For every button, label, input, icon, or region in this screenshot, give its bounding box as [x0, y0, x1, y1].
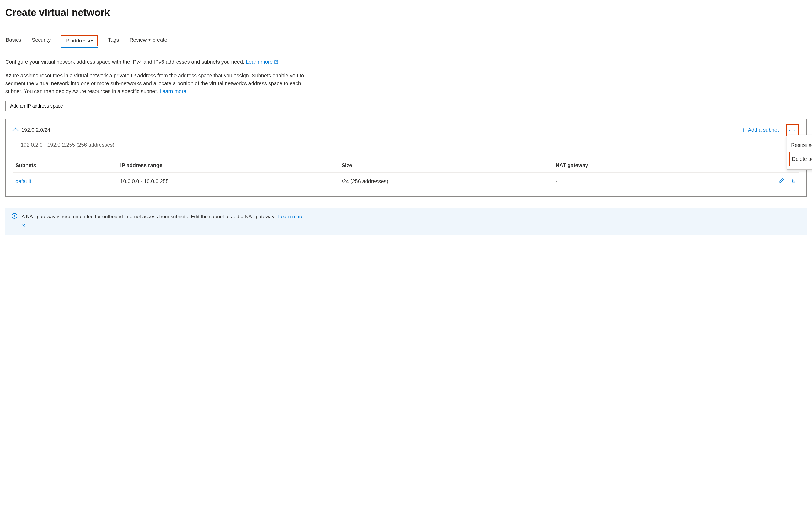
- address-space-panel: 192.0.2.0/24 + Add a subnet ··· Resize a…: [5, 119, 807, 197]
- plus-icon: +: [741, 126, 745, 133]
- col-subnets: Subnets: [13, 158, 118, 173]
- banner-text: A NAT gateway is recommended for outboun…: [22, 214, 276, 219]
- tab-review-create[interactable]: Review + create: [129, 35, 168, 47]
- address-space-context-menu: Resize address space Delete address spac…: [787, 135, 812, 170]
- trash-icon: [791, 177, 796, 183]
- external-link-icon: [22, 222, 25, 230]
- tab-security[interactable]: Security: [31, 35, 51, 47]
- intro-line-2: Azure assigns resources in a virtual net…: [5, 73, 304, 94]
- info-icon: i: [11, 213, 17, 219]
- tab-bar: Basics Security IP addresses Tags Review…: [5, 35, 807, 47]
- pencil-icon: [779, 177, 785, 183]
- subnet-table: Subnets IP address range Size NAT gatewa…: [13, 158, 799, 190]
- table-row: default 10.0.0.0 - 10.0.0.255 /24 (256 a…: [13, 173, 799, 190]
- address-space-more-button[interactable]: ···: [786, 124, 799, 136]
- col-actions: [708, 158, 799, 173]
- address-space-range: 192.0.2.0 - 192.0.2.255 (256 addresses): [21, 141, 799, 149]
- banner-learn-more-link[interactable]: Learn more: [278, 214, 303, 219]
- page-title: Create virtual network: [5, 5, 110, 20]
- more-icon[interactable]: ···: [116, 8, 122, 17]
- address-space-cidr: 192.0.2.0/24: [21, 126, 50, 134]
- delete-subnet-button[interactable]: [791, 177, 796, 185]
- subnet-name-link[interactable]: default: [16, 178, 31, 184]
- learn-more-link-2[interactable]: Learn more: [160, 88, 186, 94]
- chevron-up-icon[interactable]: [12, 128, 19, 134]
- tab-tags[interactable]: Tags: [108, 35, 120, 47]
- nat-gateway-info-banner: i A NAT gateway is recommended for outbo…: [5, 208, 807, 235]
- learn-more-link-1[interactable]: Learn more: [246, 59, 278, 65]
- col-ip-range: IP address range: [118, 158, 339, 173]
- add-subnet-label: Add a subnet: [748, 126, 779, 134]
- tab-basics[interactable]: Basics: [5, 35, 22, 47]
- external-link-icon: [274, 60, 278, 64]
- add-ip-address-space-button[interactable]: Add an IP address space: [5, 101, 68, 111]
- subnet-size: /24 (256 addresses): [339, 173, 553, 190]
- col-size: Size: [339, 158, 553, 173]
- tab-ip-addresses[interactable]: IP addresses: [61, 35, 98, 47]
- subnet-ip-range: 10.0.0.0 - 10.0.0.255: [118, 173, 339, 190]
- col-nat-gateway: NAT gateway: [553, 158, 708, 173]
- edit-subnet-button[interactable]: [779, 177, 785, 185]
- menu-delete-address-space[interactable]: Delete address space: [789, 152, 812, 166]
- add-subnet-button[interactable]: + Add a subnet: [741, 126, 779, 134]
- menu-resize-address-space[interactable]: Resize address space: [789, 139, 812, 152]
- subnet-nat: -: [553, 173, 708, 190]
- intro-line-1: Configure your virtual network address s…: [5, 59, 244, 65]
